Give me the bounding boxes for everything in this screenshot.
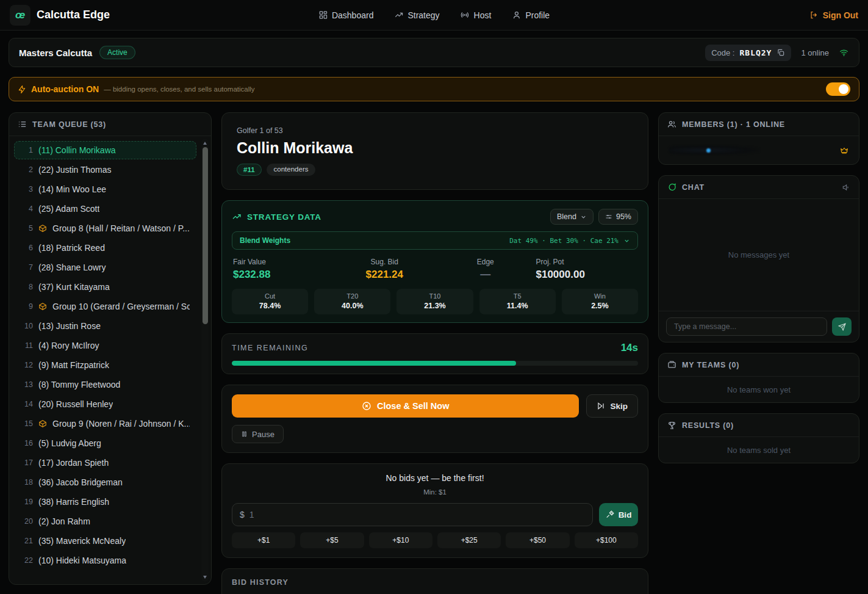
team-queue-header: TEAM QUEUE (53) (9, 113, 211, 136)
queue-item[interactable]: 3 (14) Min Woo Lee (14, 180, 196, 198)
members-header: MEMBERS (1) · 1 ONLINE (659, 113, 859, 136)
queue-item[interactable]: 16 (5) Ludvig Aberg (14, 434, 196, 452)
pause-button[interactable]: Pause (232, 425, 284, 443)
queue-item-number: 11 (21, 341, 33, 350)
queue-item-number: 9 (21, 302, 33, 311)
probability-value: 11.4% (479, 302, 556, 310)
trend-icon (232, 212, 242, 222)
member-row[interactable] (659, 136, 859, 164)
queue-item[interactable]: 15 Group 9 (Noren / Rai / Johnson / K... (14, 415, 196, 433)
queue-item-number: 16 (21, 439, 33, 447)
nav-dashboard[interactable]: Dashboard (318, 10, 374, 20)
person-icon (512, 10, 521, 20)
queue-item[interactable]: 9 Group 10 (Gerard / Greyserman / Sc... (14, 297, 196, 316)
chat-message-input[interactable] (666, 317, 827, 336)
queue-item[interactable]: 2 (22) Justin Thomas (14, 161, 196, 179)
queue-item[interactable]: 18 (36) Jacob Bridgeman (14, 473, 196, 491)
team-queue-panel: TEAM QUEUE (53) 1 (11) Collin Morikawa (9, 112, 212, 585)
probability-label: T20 (314, 292, 390, 300)
queue-item[interactable]: 12 (9) Matt Fitzpatrick (14, 356, 196, 374)
queue-item[interactable]: 17 (17) Jordan Spieth (14, 454, 196, 472)
scroll-up-arrow[interactable] (203, 142, 207, 145)
auto-auction-toggle[interactable] (826, 82, 850, 96)
current-golfer-card: Golfer 1 of 53 Collin Morikawa #11 conte… (221, 112, 648, 190)
blend-weights-bar[interactable]: Blend Weights Dat 49% · Bet 30% · Cae 21… (232, 231, 638, 250)
queue-item-label: (9) Matt Fitzpatrick (38, 360, 109, 370)
queue-item[interactable]: 6 (18) Patrick Reed (14, 239, 196, 257)
quick-bid-button[interactable]: +$1 (232, 532, 295, 548)
queue-scrollbar[interactable] (201, 139, 209, 582)
queue-item[interactable]: 21 (35) Maverick McNealy (14, 532, 196, 550)
probability-value: 2.5% (562, 302, 638, 310)
nav-strategy-label: Strategy (407, 10, 439, 20)
room-code-pill[interactable]: Code : RBLQ2Y (705, 45, 791, 61)
nav-strategy[interactable]: Strategy (394, 10, 439, 20)
send-message-button[interactable] (832, 317, 852, 336)
metric-label: Edge (435, 258, 536, 266)
model-select-value: Blend (557, 212, 576, 221)
golfer-tier-badge: contenders (267, 164, 316, 176)
queue-item-label: Group 10 (Gerard / Greyserman / Sc... (52, 302, 190, 311)
quick-bid-button[interactable]: +$10 (369, 532, 432, 548)
queue-item[interactable]: 7 (28) Shane Lowry (14, 258, 196, 277)
strategy-metric: Proj. Pot $10000.00 (536, 258, 637, 281)
quick-bid-button[interactable]: +$25 (437, 532, 501, 548)
confidence-button[interactable]: 95% (598, 209, 638, 225)
queue-item[interactable]: 11 (4) Rory McIlroy (14, 336, 196, 355)
scrollbar-thumb[interactable] (203, 147, 208, 324)
queue-item[interactable]: 1 (11) Collin Morikawa (14, 141, 196, 159)
queue-item[interactable]: 4 (25) Adam Scott (14, 200, 196, 218)
my-teams-title: MY TEAMS (0) (682, 361, 739, 369)
close-sell-button[interactable]: Close & Sell Now (232, 394, 579, 418)
quick-bid-button[interactable]: +$100 (575, 532, 638, 548)
bid-amount-input[interactable] (249, 510, 585, 520)
blend-weights-label: Blend Weights (240, 236, 290, 245)
timer-progress-fill (232, 361, 516, 366)
model-select-dropdown[interactable]: Blend (550, 209, 594, 225)
skip-button[interactable]: Skip (586, 394, 638, 418)
auto-auction-title: Auto-auction ON (31, 84, 99, 94)
queue-item-number: 18 (21, 478, 33, 487)
strategy-metrics: Fair Value $232.88 Sug. Bid $221.24 Edge… (232, 258, 638, 281)
sign-out-button[interactable]: Sign Out (809, 10, 858, 20)
queue-item-number: 10 (21, 322, 33, 330)
probability-label: T10 (396, 292, 473, 300)
metric-value: — (435, 269, 536, 281)
group-package-icon (38, 302, 47, 311)
queue-item[interactable]: 19 (38) Harris English (14, 493, 196, 511)
bid-history-title: BID HISTORY (222, 569, 648, 594)
room-code-value: RBLQ2Y (739, 48, 772, 57)
queue-item-label: (5) Ludvig Aberg (38, 438, 101, 448)
circle-x-icon (362, 401, 371, 411)
scroll-down-arrow[interactable] (203, 576, 207, 579)
queue-item[interactable]: 14 (20) Russell Henley (14, 395, 196, 413)
quick-bid-button[interactable]: +$50 (506, 532, 569, 548)
chevron-down-icon (623, 237, 630, 244)
probability-chip: Win 2.5% (562, 289, 638, 314)
queue-item[interactable]: 5 Group 8 (Hall / Reitan / Watson / P... (14, 219, 196, 237)
queue-item[interactable]: 22 (10) Hideki Matsuyama (14, 551, 196, 570)
quick-bid-button[interactable]: +$5 (300, 532, 364, 548)
queue-item[interactable]: 13 (8) Tommy Fleetwood (14, 375, 196, 394)
trending-up-icon (394, 10, 403, 20)
main-content: TEAM QUEUE (53) 1 (11) Collin Morikawa (0, 101, 868, 594)
team-queue-title: TEAM QUEUE (53) (32, 120, 106, 129)
queue-item-label: Group 9 (Noren / Rai / Johnson / K... (52, 419, 190, 429)
queue-item-label: (4) Rory McIlroy (38, 341, 99, 350)
lightning-icon (18, 85, 26, 94)
nav-host[interactable]: Host (461, 10, 492, 20)
bid-button[interactable]: Bid (599, 503, 638, 526)
queue-item[interactable]: 10 (13) Justin Rose (14, 317, 196, 335)
logout-icon (809, 10, 819, 20)
queue-item-label: Group 8 (Hall / Reitan / Watson / P... (52, 223, 190, 233)
my-teams-empty-state: No teams won yet (659, 377, 859, 402)
broadcast-icon (461, 10, 470, 20)
sound-toggle-icon[interactable] (842, 183, 850, 192)
queue-item-number: 6 (21, 244, 33, 252)
bid-input-wrap: $ (232, 503, 593, 526)
copy-icon[interactable] (777, 48, 785, 57)
queue-item[interactable]: 20 (2) Jon Rahm (14, 512, 196, 531)
chat-title: CHAT (682, 183, 705, 192)
queue-item[interactable]: 8 (37) Kurt Kitayama (14, 278, 196, 296)
nav-profile[interactable]: Profile (512, 10, 550, 20)
